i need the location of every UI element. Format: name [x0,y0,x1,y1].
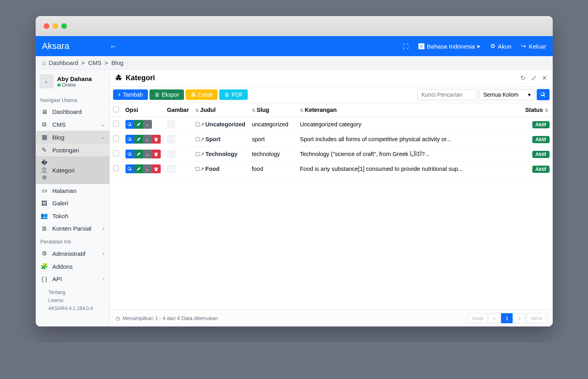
select-all-checkbox[interactable] [113,106,119,112]
sidebar-footer: Tentang Lisensi AKSARA 4.1.164.0.4 [36,285,109,316]
status-dot-icon [57,83,61,87]
col-status[interactable]: Status ⇅ [521,103,553,117]
nav-galeri[interactable]: 🖼Galeri [36,197,109,209]
link-tentang[interactable]: Tentang [40,288,105,296]
page-next[interactable]: > [513,313,525,323]
col-keterangan[interactable]: ⇅Keterangan [297,103,520,117]
col-slug[interactable]: ⇅Slug [249,103,297,117]
row-checkbox[interactable] [113,121,119,127]
nav-administratif[interactable]: ⚙Administratif› [36,247,109,260]
row-edit-button[interactable] [134,135,143,144]
file-icon: 🗎 [40,225,48,232]
expand-icon[interactable]: ⤢ [531,74,536,82]
close-window-icon[interactable] [44,23,49,29]
row-desc: Sport includes all forms of competitive … [297,132,520,147]
back-arrow-icon[interactable]: ← [109,42,117,51]
row-dropdown-button[interactable]: ⌄ [143,164,152,173]
nav-addons[interactable]: 🧩Addons [36,260,109,273]
refresh-icon[interactable]: ↻ [520,74,525,82]
nav-halaman[interactable]: ▭Halaman [36,184,109,197]
row-slug: food [249,162,297,176]
row-slug: technology [249,147,297,162]
nav-dashboard[interactable]: 🖥Dashboard [36,105,109,118]
sort-icon: ⇅ [545,108,548,113]
row-checkbox[interactable] [113,136,119,142]
nav-kategori[interactable]: �立ꔮKategori [36,156,109,184]
col-judul[interactable]: ⇅Judul [192,103,249,117]
row-dropdown-button[interactable]: ⌄ [143,150,152,158]
pdf-icon: 🗎 [224,91,230,98]
minimize-window-icon[interactable] [53,23,58,29]
maximize-window-icon[interactable] [61,23,67,29]
row-delete-button[interactable] [152,164,161,173]
nav-blog[interactable]: ▦Blog⌄ [36,131,109,144]
status-badge: Aktif [532,151,550,158]
cetak-button[interactable]: 🖶Cetak [186,89,218,100]
row-checkbox[interactable] [113,165,119,171]
nav-cms[interactable]: ⧉CMS⌄ [36,118,109,131]
image-placeholder [167,150,175,158]
row-view-button[interactable] [125,150,134,158]
nav-tokoh[interactable]: 👥Tokoh [36,209,109,222]
user-block[interactable]: ▲ Aby Dahana Online [36,70,109,93]
row-title[interactable]: Food [205,166,219,172]
pagination: Awal < 1 > Akhir [468,313,547,323]
search-input[interactable] [417,89,477,100]
logout-button[interactable]: ↪ Keluar [521,43,546,50]
nav-section-tools: Peralatan Inti [36,235,109,247]
table-row: ⌄☐↗TechnologytechnologyTechnology ("scie… [110,147,553,162]
sort-icon: ⇅ [195,108,199,113]
nav-api[interactable]: { }API› [36,273,109,285]
fullscreen-toggle[interactable]: ⛶ [403,43,409,50]
breadcrumb-dashboard[interactable]: Dashboard [49,59,78,66]
breadcrumb-blog[interactable]: Blog [111,59,123,66]
chevron-right-icon: ▸ [477,43,481,50]
row-delete-button[interactable] [152,150,161,158]
close-icon[interactable]: ✕ [542,74,547,82]
table-header-row: Opsi Gambar ⇅Judul ⇅Slug ⇅Keterangan Sta… [110,103,553,117]
nav-konten-parsial[interactable]: 🗎Konten Parsial› [36,222,109,235]
row-dropdown-button[interactable]: ⌄ [143,120,152,129]
row-view-button[interactable] [125,135,134,144]
chevron-right-icon: › [103,226,105,231]
tambah-button[interactable]: +Tambah [113,89,148,100]
account-menu[interactable]: ⚙ Akun [490,43,511,50]
dashboard-icon: 🖥 [40,108,48,115]
col-opsi[interactable]: Opsi [122,103,164,117]
page-1[interactable]: 1 [501,313,513,323]
pdf-button[interactable]: 🗎PDF [219,89,248,100]
row-title[interactable]: Uncategorized [205,121,245,128]
row-delete-button[interactable] [152,135,161,144]
page-first[interactable]: Awal [468,313,488,323]
row-view-button[interactable] [125,120,134,129]
row-view-button[interactable] [125,164,134,173]
row-dropdown-button[interactable]: ⌄ [143,135,152,144]
ekspor-button[interactable]: 🗎Ekspor [150,89,184,100]
language-switcher[interactable]: 🅰 Bahasa Indonesia ▸ [418,43,481,50]
row-edit-button[interactable] [134,150,143,158]
image-placeholder [167,120,175,128]
chevron-down-icon: ⌄ [101,134,105,140]
row-edit-button[interactable] [134,120,143,129]
file-icon: 🗎 [154,91,160,98]
breadcrumb-cms[interactable]: CMS [88,59,101,66]
chevron-down-icon: ⌄ [101,122,105,127]
row-title[interactable]: Technology [205,151,237,157]
link-lisensi[interactable]: Lisensi [40,296,105,304]
page-last[interactable]: Akhir [526,313,547,323]
page-prev[interactable]: < [488,313,500,323]
col-gambar[interactable]: Gambar [164,103,192,117]
column-select[interactable]: Semua Kolom▾ [479,89,535,100]
chevron-right-icon: › [103,251,105,256]
row-edit-button[interactable] [134,164,143,173]
row-title[interactable]: Sport [205,136,220,142]
page-title: Kategori [115,74,155,82]
row-checkbox[interactable] [113,150,119,156]
nav-postingan[interactable]: ✎Postingan [36,144,109,156]
external-link-icon: ☐↗ [195,136,204,142]
search-button[interactable] [537,89,550,100]
status-badge: Aktif [532,121,550,128]
chevron-right-icon: › [103,276,105,282]
main-content: Kategori ↻ ⤢ ✕ +Tambah 🗎Ekspor 🖶Cetak 🗎P… [110,70,553,326]
brand-logo[interactable]: Aksara [42,41,69,51]
